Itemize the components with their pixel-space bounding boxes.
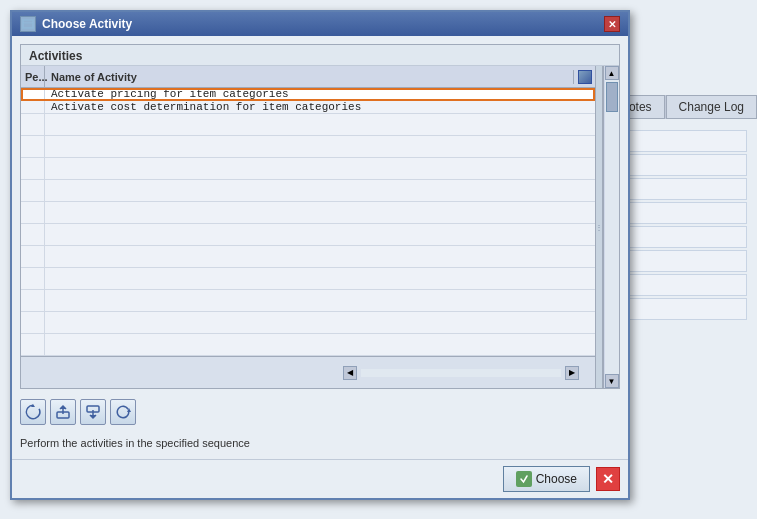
toolbar-button-3[interactable] <box>80 399 106 425</box>
resize-handle[interactable]: ⋮ <box>595 66 603 388</box>
dialog-title: Choose Activity <box>42 17 132 31</box>
dialog-close-button[interactable]: ✕ <box>604 16 620 32</box>
scroll-up-button[interactable]: ▲ <box>605 66 619 80</box>
scroll-track-h <box>361 369 561 377</box>
status-text: Perform the activities in the specified … <box>20 435 620 451</box>
dialog-titlebar: Choose Activity ✕ <box>12 12 628 36</box>
table-row[interactable]: Activate pricing for item categories <box>21 88 595 101</box>
col-header-name: Name of Activity <box>45 71 573 83</box>
vertical-scrollbar: ▲ ▼ <box>603 66 619 388</box>
activities-table: Pe... Name of Activity Activate pricing … <box>21 66 595 388</box>
col-header-pe: Pe... <box>21 66 45 87</box>
activities-group: Activities Pe... Name of Activity <box>20 44 620 389</box>
action-bar: Choose ✕ <box>12 459 628 498</box>
bg-tab-changelog[interactable]: Change Log <box>666 95 757 119</box>
horizontal-scrollbar: ◀ ▶ <box>21 356 595 388</box>
scroll-right-button[interactable]: ▶ <box>565 366 579 380</box>
choose-label: Choose <box>536 472 577 486</box>
activity-toolbar <box>20 395 620 429</box>
toolbar-button-1[interactable] <box>20 399 46 425</box>
activities-group-label: Activities <box>21 45 619 66</box>
toolbar-button-2[interactable] <box>50 399 76 425</box>
choose-icon <box>516 471 532 487</box>
activities-table-container: Pe... Name of Activity Activate pricing … <box>21 66 619 388</box>
choose-button[interactable]: Choose <box>503 466 590 492</box>
table-settings-icon[interactable] <box>573 70 595 84</box>
scroll-left-button[interactable]: ◀ <box>343 366 357 380</box>
choose-activity-dialog: Choose Activity ✕ Activities Pe... Name … <box>10 10 630 500</box>
scroll-down-button[interactable]: ▼ <box>605 374 619 388</box>
dialog-content: Activities Pe... Name of Activity <box>12 36 628 459</box>
scroll-thumb[interactable] <box>606 82 618 112</box>
dialog-title-icon <box>20 16 36 32</box>
scroll-track-v <box>605 80 619 374</box>
table-rows: Activate pricing for item categories Act… <box>21 88 595 356</box>
row-name: Activate pricing for item categories <box>45 88 595 100</box>
table-row[interactable]: Activate cost determination for item cat… <box>21 101 595 114</box>
empty-rows <box>21 114 595 356</box>
table-header: Pe... Name of Activity <box>21 66 595 88</box>
cancel-button[interactable]: ✕ <box>596 467 620 491</box>
row-name: Activate cost determination for item cat… <box>45 101 595 113</box>
svg-rect-0 <box>23 20 33 28</box>
toolbar-button-4[interactable] <box>110 399 136 425</box>
